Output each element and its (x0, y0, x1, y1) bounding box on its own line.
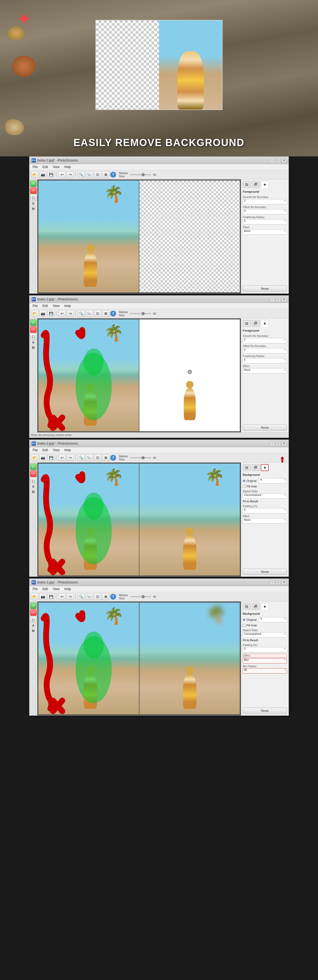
tool-m-4[interactable]: M (32, 628, 35, 633)
rp-tab-star-1[interactable]: ★ (261, 181, 269, 188)
marker-slider-1[interactable] (130, 174, 151, 175)
tool-m-2[interactable]: M (32, 345, 35, 350)
rp-padding-select-3[interactable]: 5 (243, 508, 287, 514)
screenshot-btn-4[interactable]: 📷 (39, 593, 47, 600)
menu-edit-2[interactable]: Edit (40, 304, 50, 308)
rp-fillhole-check-4[interactable] (243, 624, 245, 627)
rp-tab-star-4[interactable]: ★ (261, 603, 269, 610)
rp-tab-copy-1[interactable]: ⧉ (243, 181, 251, 188)
open-btn-1[interactable]: 📂 (31, 171, 38, 178)
save-btn-2[interactable]: 💾 (48, 310, 55, 317)
minimize-btn-4[interactable]: ─ (270, 580, 275, 585)
remove-tool-1[interactable]: − (30, 188, 37, 194)
screenshot-btn-2[interactable]: 📷 (39, 310, 47, 317)
tool-m-1[interactable]: M (32, 207, 35, 211)
rp-tab-copy-4[interactable]: ⧉ (243, 603, 251, 610)
reset-btn-4[interactable]: Reset (243, 708, 287, 714)
rp-tab-paste-1[interactable]: 🗗 (252, 181, 260, 188)
rp-tab-star-2[interactable]: ★ (261, 320, 269, 327)
maximize-button-1[interactable]: □ (276, 158, 281, 163)
close-btn-2[interactable]: ✕ (282, 297, 286, 302)
add-tool-3[interactable]: + (30, 464, 37, 470)
undo-btn-2[interactable]: ↩ (58, 310, 66, 317)
zoom-orig-btn-2[interactable]: ⊠ (102, 310, 110, 317)
menu-view-4[interactable]: View (51, 587, 62, 592)
screenshot-btn-1[interactable]: 📷 (39, 171, 47, 178)
help-btn-1[interactable]: ? (110, 172, 116, 178)
tool-a-2[interactable]: A (32, 340, 35, 345)
left-canvas-4[interactable]: 🌴 (38, 603, 139, 714)
tool-a-4[interactable]: A (32, 623, 35, 628)
rp-tab-copy-2[interactable]: ⧉ (243, 320, 251, 327)
eraser-tool-2[interactable]: ◻ (30, 333, 37, 340)
rp-tab-paste-2[interactable]: 🗗 (252, 320, 260, 327)
zoom-fit-btn-2[interactable]: ⊡ (94, 310, 101, 317)
zoom-orig-btn-1[interactable]: ⊠ (102, 171, 110, 178)
menu-help-2[interactable]: Help (62, 304, 73, 308)
open-btn-4[interactable]: 📂 (31, 593, 38, 600)
save-btn-3[interactable]: 💾 (48, 454, 55, 461)
remove-tool-2[interactable]: − (30, 326, 37, 332)
help-btn-4[interactable]: ? (110, 594, 116, 600)
open-btn-3[interactable]: 📂 (31, 454, 38, 461)
rp-tab-star-3[interactable]: ★ (261, 464, 269, 471)
menu-edit-1[interactable]: Edit (40, 165, 50, 169)
eraser-tool-1[interactable]: ◻ (30, 194, 37, 200)
help-btn-3[interactable]: ? (110, 455, 116, 461)
minimize-btn-2[interactable]: ─ (270, 297, 275, 302)
rp-aspect-select-3[interactable]: Unconstrained (243, 493, 287, 499)
zoom-orig-btn-4[interactable]: ⊠ (102, 593, 110, 600)
rp-original-row-3[interactable]: Original ▼ (243, 478, 287, 484)
menu-file-1[interactable]: File (30, 165, 40, 169)
zoom-out-btn-1[interactable]: 🔍− (86, 171, 93, 178)
reset-btn-3[interactable]: Reset (243, 569, 287, 575)
redo-btn-1[interactable]: ↪ (67, 171, 74, 178)
rp-smooth-select-2[interactable]: 2 (243, 338, 287, 343)
right-canvas-1[interactable] (139, 181, 240, 293)
minimize-btn-3[interactable]: ─ (270, 441, 275, 446)
tool-a-3[interactable]: A (32, 484, 35, 489)
eraser-tool-4[interactable]: ◻ (30, 616, 37, 623)
save-btn-1[interactable]: 💾 (48, 171, 55, 178)
rp-offset-select-2[interactable]: 0 (243, 348, 287, 353)
menu-edit-3[interactable]: Edit (40, 448, 50, 452)
close-btn-4[interactable]: ✕ (282, 580, 286, 585)
zoom-out-btn-4[interactable]: 🔍− (86, 593, 93, 600)
rp-aspect-select-4[interactable]: Unconstrained (243, 632, 287, 638)
rp-effect-select-2[interactable]: None (243, 368, 287, 374)
zoom-out-btn-3[interactable]: 🔍− (86, 454, 93, 461)
menu-help-4[interactable]: Help (62, 587, 73, 592)
zoom-fit-btn-1[interactable]: ⊡ (94, 171, 101, 178)
marker-slider-2[interactable] (130, 313, 151, 314)
rp-blurradius-select-4[interactable]: 90 (243, 668, 287, 674)
zoom-fit-btn-3[interactable]: ⊡ (94, 454, 101, 461)
rp-tab-paste-4[interactable]: 🗗 (252, 603, 260, 610)
menu-file-4[interactable]: File (30, 587, 40, 592)
left-canvas-2[interactable]: 🌴 (38, 320, 139, 431)
rp-fillhole-row-3[interactable]: Fill Hole (243, 485, 287, 488)
tool-m-3[interactable]: M (32, 490, 35, 494)
menu-help-1[interactable]: Help (62, 165, 73, 169)
menu-file-2[interactable]: File (30, 304, 40, 308)
open-btn-2[interactable]: 📂 (31, 310, 38, 317)
maximize-btn-2[interactable]: □ (276, 297, 281, 302)
zoom-fit-btn-4[interactable]: ⊡ (94, 593, 101, 600)
rp-fillhole-row-4[interactable]: Fill Hole (243, 624, 287, 627)
remove-tool-3[interactable]: − (30, 471, 37, 477)
rp-padding-select-4[interactable]: 5 (243, 647, 287, 652)
rp-original-dropdown-3[interactable]: ▼ (259, 478, 287, 484)
reset-btn-1[interactable]: Reset (243, 285, 287, 292)
redo-btn-2[interactable]: ↪ (67, 310, 74, 317)
add-tool-2[interactable]: + (30, 320, 37, 326)
undo-btn-1[interactable]: ↩ (58, 171, 66, 178)
rp-offset-select-1[interactable]: 0 (243, 209, 287, 215)
menu-view-1[interactable]: View (51, 165, 62, 169)
tool-a-1[interactable]: A (32, 201, 35, 206)
help-btn-2[interactable]: ? (110, 311, 116, 317)
redo-btn-4[interactable]: ↪ (67, 593, 74, 600)
zoom-in-btn-2[interactable]: 🔍 (77, 310, 85, 317)
rp-feather-select-2[interactable]: 5 (243, 358, 287, 363)
menu-view-2[interactable]: View (51, 304, 62, 308)
redo-btn-3[interactable]: ↪ (67, 454, 74, 461)
zoom-in-btn-1[interactable]: 🔍 (77, 171, 85, 178)
